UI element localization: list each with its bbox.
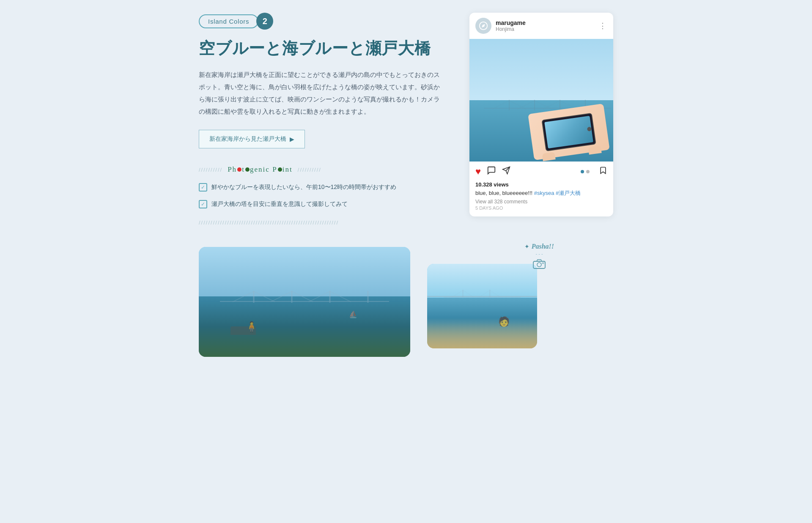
insta-actions: ♥ bbox=[469, 162, 613, 180]
svg-line-21 bbox=[254, 291, 275, 302]
svg-marker-1 bbox=[482, 24, 485, 27]
svg-line-29 bbox=[451, 290, 463, 298]
bookmark-button[interactable] bbox=[599, 166, 607, 177]
insta-more-button[interactable]: ⋮ bbox=[599, 21, 607, 30]
dot-green1 bbox=[245, 167, 250, 172]
dot-red bbox=[237, 167, 241, 172]
right-column: marugame Honjima ⋮ bbox=[469, 13, 613, 216]
photo-small-container: 🧑 ✦ Pasha!! - - - bbox=[427, 247, 537, 348]
slash-right: ////////// bbox=[298, 167, 321, 173]
heart-button[interactable]: ♥ bbox=[475, 166, 481, 177]
phone-in-hands bbox=[528, 104, 610, 160]
checklist-item-1: ✓ 鮮やかなブルーを表現したいなら、午前10〜12時の時間帯がおすすめ bbox=[199, 182, 444, 192]
body-text: 新在家海岸は瀬戸大橋を正面に望むことができる瀬戸内の島の中でもとっておきのスポッ… bbox=[199, 69, 444, 118]
checklist-text-2: 瀬戸大橋の塔を目安に垂直を意識して撮影してみて bbox=[211, 199, 348, 209]
svg-line-10 bbox=[535, 101, 551, 109]
photo-large: 🧍 ⛵ bbox=[199, 247, 410, 357]
page-wrapper: Island Colors 2 空ブルーと海ブルーと瀬戸大橋 新在家海岸は瀬戸大… bbox=[0, 0, 812, 523]
sailboat: ⛵ bbox=[349, 310, 357, 318]
beach-sand bbox=[427, 323, 537, 348]
content-area: Island Colors 2 空ブルーと海ブルーと瀬戸大橋 新在家海岸は瀬戸大… bbox=[173, 13, 639, 357]
badge-number: 2 bbox=[256, 13, 273, 30]
insta-image-scene bbox=[469, 39, 613, 162]
insta-location: Honjima bbox=[496, 26, 595, 32]
left-column: Island Colors 2 空ブルーと海ブルーと瀬戸大橋 新在家海岸は瀬戸大… bbox=[199, 13, 444, 226]
island-colors-label: Island Colors bbox=[199, 14, 258, 28]
photo-large-inner: 🧍 ⛵ bbox=[199, 247, 410, 357]
cta-arrow: ▶ bbox=[290, 136, 294, 142]
person-silhouette: 🧍 bbox=[245, 321, 258, 333]
insta-user-info: marugame Honjima bbox=[496, 19, 595, 32]
insta-views: 10.328 views bbox=[475, 181, 607, 188]
svg-line-30 bbox=[463, 290, 475, 298]
pasha-text: Pasha!! bbox=[532, 243, 554, 250]
insta-dots bbox=[581, 170, 590, 173]
svg-line-31 bbox=[478, 290, 490, 298]
top-section: Island Colors 2 空ブルーと海ブルーと瀬戸大橋 新在家海岸は瀬戸大… bbox=[199, 13, 613, 226]
dot-green2 bbox=[278, 167, 282, 172]
svg-line-25 bbox=[330, 291, 351, 302]
large-photo-bridge bbox=[220, 291, 389, 308]
checkbox-1: ✓ bbox=[199, 183, 207, 192]
insta-avatar bbox=[475, 18, 491, 34]
share-button[interactable] bbox=[502, 166, 510, 177]
bottom-slashes: ////////////////////////////////////////… bbox=[199, 219, 444, 226]
sky-background bbox=[469, 39, 613, 107]
svg-rect-35 bbox=[542, 263, 544, 264]
badge-row: Island Colors 2 bbox=[199, 13, 444, 30]
svg-line-20 bbox=[233, 291, 254, 302]
svg-point-34 bbox=[537, 263, 541, 267]
bottom-photos: 🧍 ⛵ bbox=[199, 247, 613, 357]
svg-line-8 bbox=[509, 101, 526, 109]
svg-line-22 bbox=[271, 291, 292, 302]
photogenic-header: ////////// Phtgenic Pint ////////// bbox=[199, 165, 444, 174]
photogenic-title: Phtgenic Pint bbox=[228, 165, 293, 174]
pasha-dashes: - - - bbox=[524, 251, 554, 256]
instagram-card: marugame Honjima ⋮ bbox=[469, 13, 613, 216]
dot-2 bbox=[586, 170, 590, 173]
camera-icon bbox=[532, 258, 546, 269]
small-photo-bridge bbox=[444, 289, 521, 302]
insta-comments-link[interactable]: View all 328 comments bbox=[475, 199, 607, 205]
svg-line-9 bbox=[518, 101, 535, 109]
cta-label: 新在家海岸から見た瀬戸大橋 bbox=[209, 135, 286, 143]
insta-time: 5 DAYS AGO bbox=[475, 205, 607, 211]
svg-line-7 bbox=[492, 101, 509, 109]
slash-left: ////////// bbox=[199, 167, 222, 173]
checklist-item-2: ✓ 瀬戸大橋の塔を目安に垂直を意識して撮影してみて bbox=[199, 199, 444, 209]
pasha-decoration: ✦ Pasha!! - - - bbox=[524, 243, 554, 269]
caption-text: blue, blue, blueeeeee!!! bbox=[475, 190, 532, 196]
photo-small: 🧑 bbox=[427, 264, 537, 348]
insta-content: 10.328 views blue, blue, blueeeeee!!! #s… bbox=[469, 180, 613, 216]
insta-image bbox=[469, 39, 613, 162]
svg-line-23 bbox=[292, 291, 313, 302]
insta-username: marugame bbox=[496, 19, 595, 26]
insta-caption: blue, blue, blueeeeee!!! #skysea #瀬戸大橋 bbox=[475, 189, 607, 197]
dot-1 bbox=[581, 170, 584, 173]
pasha-sparkle: ✦ bbox=[524, 243, 529, 250]
svg-line-32 bbox=[490, 290, 501, 298]
insta-header: marugame Honjima ⋮ bbox=[469, 13, 613, 39]
comment-button[interactable] bbox=[487, 166, 496, 177]
cta-button[interactable]: 新在家海岸から見た瀬戸大橋 ▶ bbox=[199, 130, 305, 148]
svg-line-24 bbox=[309, 291, 330, 302]
insta-hashtags[interactable]: #skysea #瀬戸大橋 bbox=[534, 190, 581, 196]
svg-line-11 bbox=[543, 101, 560, 109]
checklist-text-1: 鮮やかなブルーを表現したいなら、午前10〜12時の時間帯がおすすめ bbox=[211, 182, 396, 192]
checkbox-2: ✓ bbox=[199, 200, 207, 208]
checklist: ✓ 鮮やかなブルーを表現したいなら、午前10〜12時の時間帯がおすすめ ✓ 瀬戸… bbox=[199, 182, 444, 209]
main-heading: 空ブルーと海ブルーと瀬戸大橋 bbox=[199, 38, 444, 59]
